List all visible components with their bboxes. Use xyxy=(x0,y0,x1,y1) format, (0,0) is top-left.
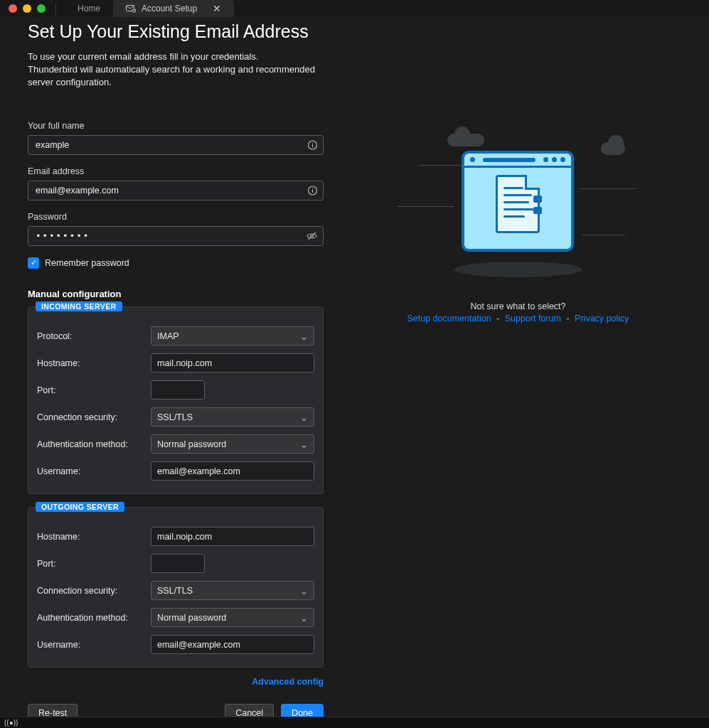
remember-password-label: Remember password xyxy=(45,258,129,268)
incoming-port-input[interactable] xyxy=(151,381,205,399)
outgoing-port-stepper[interactable]: ▲ ▼ xyxy=(151,554,205,573)
outgoing-legend: OUTGOING SERVER xyxy=(36,502,124,512)
status-bar: ((●)) xyxy=(0,717,709,728)
outgoing-auth-label: Authentication method: xyxy=(37,613,151,623)
password-input[interactable] xyxy=(28,226,324,246)
chevron-down-icon: ⌄ xyxy=(300,331,308,341)
chevron-down-icon: ⌄ xyxy=(300,585,308,596)
setup-documentation-link[interactable]: Setup documentation xyxy=(407,314,491,323)
manual-config-heading: Manual configuration xyxy=(28,289,327,299)
window-minimize-icon[interactable] xyxy=(23,4,31,13)
outgoing-hostname-input[interactable] xyxy=(151,527,314,546)
email-input[interactable] xyxy=(28,181,324,200)
outgoing-port-input[interactable] xyxy=(151,555,205,572)
tab-home-label: Home xyxy=(78,4,100,14)
incoming-username-input[interactable] xyxy=(151,461,314,481)
incoming-protocol-select[interactable]: IMAP ⌄ xyxy=(151,326,314,346)
incoming-port-stepper[interactable]: ▲ ▼ xyxy=(151,380,205,400)
chevron-down-icon: ⌄ xyxy=(300,612,308,623)
outgoing-username-label: Username: xyxy=(37,640,151,650)
incoming-protocol-label: Protocol: xyxy=(37,331,151,341)
incoming-port-label: Port: xyxy=(37,385,151,395)
remember-password-checkbox[interactable]: ✓ xyxy=(28,257,39,269)
svg-rect-3 xyxy=(312,144,313,146)
illustration xyxy=(405,121,632,291)
outgoing-security-select[interactable]: SSL/TLS ⌄ xyxy=(151,581,314,600)
incoming-security-select[interactable]: SSL/TLS ⌄ xyxy=(151,407,314,427)
intro-text: To use your current email address fill i… xyxy=(28,50,327,90)
titlebar: Home Account Setup ✕ xyxy=(0,0,709,17)
tabbar-separator xyxy=(55,2,56,15)
window-close-icon[interactable] xyxy=(9,4,17,13)
outgoing-port-label: Port: xyxy=(37,559,151,569)
incoming-auth-label: Authentication method: xyxy=(37,439,151,449)
broadcast-icon[interactable]: ((●)) xyxy=(4,719,18,727)
outgoing-hostname-label: Hostname: xyxy=(37,532,151,542)
mail-setup-icon xyxy=(126,4,136,13)
info-icon[interactable] xyxy=(307,185,318,196)
help-prompt: Not sure what to select? xyxy=(470,301,565,311)
incoming-username-label: Username: xyxy=(37,466,151,476)
outgoing-auth-select[interactable]: Normal password ⌄ xyxy=(151,608,314,627)
support-forum-link[interactable]: Support forum xyxy=(505,314,561,323)
close-tab-icon[interactable]: ✕ xyxy=(213,3,221,14)
email-label: Email address xyxy=(28,166,327,176)
outgoing-username-input[interactable] xyxy=(151,635,314,654)
privacy-policy-link[interactable]: Privacy policy xyxy=(575,314,629,323)
tab-home[interactable]: Home xyxy=(65,0,113,17)
window-controls xyxy=(9,4,46,13)
page-title: Set Up Your Existing Email Address xyxy=(28,21,327,42)
advanced-config-link[interactable]: Advanced config xyxy=(252,677,324,687)
incoming-security-label: Connection security: xyxy=(37,412,151,422)
outgoing-security-label: Connection security: xyxy=(37,586,151,596)
incoming-hostname-label: Hostname: xyxy=(37,358,151,368)
window-zoom-icon[interactable] xyxy=(37,4,46,13)
tab-account-setup[interactable]: Account Setup ✕ xyxy=(113,0,234,17)
outgoing-server-box: OUTGOING SERVER Hostname: Port: ▲ ▼ xyxy=(28,507,324,668)
eye-off-icon[interactable] xyxy=(306,231,318,241)
incoming-hostname-input[interactable] xyxy=(151,353,314,373)
incoming-auth-select[interactable]: Normal password ⌄ xyxy=(151,434,314,454)
svg-rect-6 xyxy=(312,189,313,192)
chevron-down-icon: ⌄ xyxy=(300,439,308,449)
incoming-server-box: INCOMING SERVER Protocol: IMAP ⌄ Hostnam… xyxy=(28,306,324,494)
info-icon[interactable] xyxy=(307,139,318,150)
svg-rect-7 xyxy=(312,188,313,188)
fullname-label: Your full name xyxy=(28,121,327,131)
incoming-legend: INCOMING SERVER xyxy=(36,301,122,311)
tab-active-label: Account Setup xyxy=(142,4,197,14)
password-label: Password xyxy=(28,212,327,222)
fullname-input[interactable] xyxy=(28,135,324,155)
chevron-down-icon: ⌄ xyxy=(300,412,308,422)
svg-rect-4 xyxy=(312,142,313,143)
